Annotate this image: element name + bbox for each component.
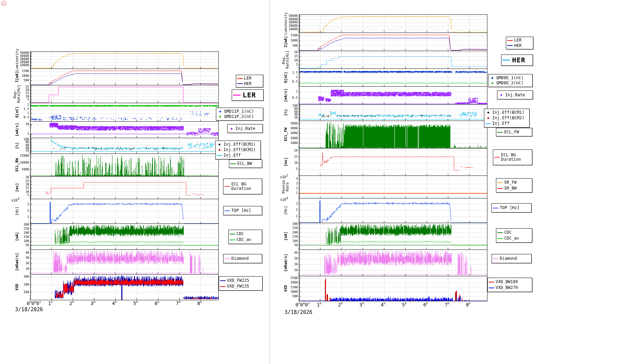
legend-entry: VXD_FW225 xyxy=(220,278,261,283)
legend-inj-eff: Inj.Eff(BCM1)Inj.Eff(BCM2)Inj.Eff xyxy=(484,109,530,128)
legend-marker-line-icon xyxy=(224,186,230,187)
legend-marker-line-icon xyxy=(497,182,503,183)
legend-entry-label: HER xyxy=(512,58,525,62)
legend-entry-label: ECL BGDuration xyxy=(501,153,521,162)
legend-entry: CDC_av xyxy=(230,238,261,242)
legend-charge: QMD8E_1(nC)QMD8E_2(nC) xyxy=(488,74,533,87)
legend-entry-label: Diamond xyxy=(231,256,249,261)
legend-entry-label: VXD_FW135 xyxy=(227,284,249,289)
legend-ring-her: HER xyxy=(501,54,533,66)
legend-vxd: VXD_FW225VXD_FW135 xyxy=(219,276,263,291)
x-axis-origin-label: 0h0m0s xyxy=(27,300,41,306)
legend-entry: ECL_FW xyxy=(497,130,531,134)
legend-marker-dot-icon xyxy=(491,77,493,79)
legend-entry: VXD_BW180 xyxy=(489,280,531,284)
legend-marker-line-icon xyxy=(237,83,243,84)
legend-entry: HER xyxy=(502,58,532,62)
legend-entry: TOP [Hz] xyxy=(224,208,261,213)
legend-marker-line-icon xyxy=(493,258,498,259)
legend-entry-label: LER xyxy=(243,93,256,97)
legend-marker-line-icon xyxy=(502,60,510,61)
legend-entry-label: HER xyxy=(514,44,522,48)
legend-entry: Inj.Eff(BCM1) xyxy=(485,110,528,115)
legend-entry: VXD_FW135 xyxy=(220,284,261,289)
legend-entry-label: ECL_FW xyxy=(504,130,519,134)
legend-marker-dot-icon xyxy=(219,149,220,151)
legend-marker-line-icon xyxy=(237,78,243,79)
legend-marker-line-icon xyxy=(230,234,235,234)
legend-entry-label: Inj.Eff xyxy=(492,121,510,126)
legend-entry: SR_BW xyxy=(497,186,531,191)
legend-entry-label: Inj.Eff xyxy=(223,153,241,158)
legend-inj-rate: Inj.Rate xyxy=(227,124,263,133)
x-axis-label: 4h xyxy=(381,302,386,307)
legend-cdc: CDCCDC_av xyxy=(228,230,262,244)
legend-inj-rate: Inj.Rate xyxy=(497,90,533,99)
legend-top: TOP [Hz] xyxy=(223,206,262,215)
legend-entry: LER xyxy=(507,38,532,43)
legend-entry-label: Inj.Eff(BCM1) xyxy=(492,110,524,115)
x-axis-label: 1h xyxy=(48,300,53,306)
legend-entry: Diamond xyxy=(224,256,261,261)
legend-marker-line-icon xyxy=(224,210,230,211)
legend-beam-currents: LERHER xyxy=(236,75,263,87)
legend-entry-label: Inj.Eff(BCM2) xyxy=(223,148,256,152)
legend-entry: QMD11P_1(nC) xyxy=(217,109,262,114)
legend-entry: Inj.Eff(BCM2) xyxy=(217,148,259,152)
legend-inj-eff: Inj.Eff(BCM1)Inj.Eff(BCM2)Inj.Eff xyxy=(215,141,261,159)
legend-entry-label: LER xyxy=(514,38,522,43)
x-axis-label: 3h xyxy=(360,302,364,307)
legend-entry-label: CDC xyxy=(504,230,512,235)
legend-entry: QMD8E_1(nC) xyxy=(489,76,531,80)
legend-entry: QMD8E_2(nC) xyxy=(489,81,531,85)
legend-marker-line-icon xyxy=(220,286,226,287)
legend-ecl-bg: ECL BGDuration xyxy=(493,149,532,165)
legend-marker-line-icon xyxy=(217,155,222,156)
legend-marker-line-icon xyxy=(497,238,503,239)
legend-entry-label: Inj.Rate xyxy=(235,126,255,131)
date-label-right: 3/18/2026 xyxy=(284,309,312,315)
legend-marker-line-icon xyxy=(233,95,241,96)
legend-cdc: CDCCDC_av xyxy=(496,228,532,243)
legend-marker-dot-icon xyxy=(491,82,493,84)
legend-entry: CDC xyxy=(230,232,261,236)
legend-marker-dot-icon xyxy=(500,94,502,96)
legend-entry: SR_FW xyxy=(497,180,531,185)
legend-entry-label: SR_BW xyxy=(504,186,517,191)
x-axis-label: 6h xyxy=(423,302,428,307)
x-axis-label: 2h xyxy=(69,300,74,306)
legend-ecl: ECL_FW xyxy=(496,128,532,136)
legend-entry: HER xyxy=(237,82,262,86)
legend-marker-line-icon xyxy=(220,280,226,281)
legend-marker-dot-icon xyxy=(219,111,221,112)
legend-marker-dot-icon xyxy=(487,112,489,113)
legend-marker-dot-icon xyxy=(231,128,232,130)
legend-marker-dot-icon xyxy=(487,117,489,119)
x-axis-label: 8h xyxy=(197,300,202,306)
legend-marker-line-icon xyxy=(497,232,503,233)
legend-entry: Inj.Eff xyxy=(217,153,259,158)
legend-entry: ECL_BW xyxy=(230,161,261,166)
legend-marker-line-icon xyxy=(497,188,503,189)
legend-entry: Inj.Rate xyxy=(229,126,262,131)
x-axis-label: 1h xyxy=(317,302,321,307)
x-axis-label: 7h xyxy=(445,302,449,307)
close-icon[interactable]: ✕ xyxy=(1,1,6,6)
legend-entry-label: VXD_FW225 xyxy=(227,278,249,283)
x-axis-label: 4h xyxy=(112,300,117,306)
legend-entry-label: QMD8E_2(nC) xyxy=(496,81,523,85)
legend-marker-line-icon xyxy=(485,123,491,124)
date-label-left: 3/18/2026 xyxy=(15,306,43,313)
legend-beam-currents: LERHER xyxy=(506,37,533,49)
legend-entry-label: QMD11P_2(nC) xyxy=(224,114,254,119)
legend-entry: CDC xyxy=(497,230,531,235)
legend-entry-label: Inj.Eff(BCM2) xyxy=(492,116,524,120)
legend-marker-line-icon xyxy=(497,132,503,133)
legend-marker-line-icon xyxy=(507,40,513,41)
legend-entry-label: TOP [Hz] xyxy=(231,208,251,213)
legend-entry-label: TOP [Hz] xyxy=(500,206,520,210)
x-axis-label: 5h xyxy=(133,300,138,306)
legend-entry: Inj.Rate xyxy=(498,93,532,97)
legend-entry-label: LER xyxy=(244,76,252,81)
legend-entry: Inj.Eff(BCM2) xyxy=(485,116,528,120)
